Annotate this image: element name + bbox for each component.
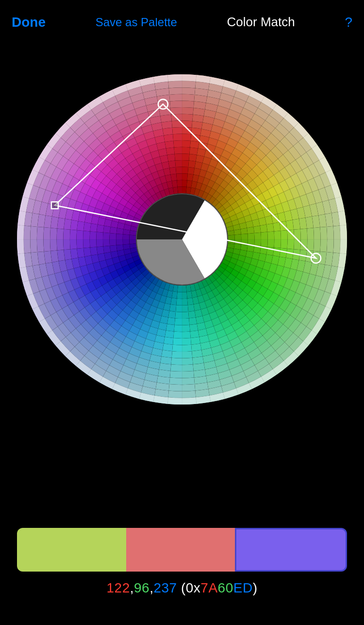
swatch-green[interactable] — [17, 528, 126, 572]
green-value: 96 — [134, 580, 149, 595]
page-title: Color Match — [227, 15, 295, 30]
color-wheel[interactable] — [0, 50, 364, 429]
hex-r: 7A — [200, 580, 217, 595]
swatch-purple-active[interactable] — [235, 528, 347, 572]
hex-g: 60 — [218, 580, 233, 595]
swatch-red[interactable] — [126, 528, 235, 572]
blue-value: 237 — [153, 580, 177, 595]
swatches-row — [17, 528, 347, 572]
bottom-section: 122,96,237 (0x7A60ED) — [0, 528, 364, 596]
save-palette-button[interactable]: Save as Palette — [96, 16, 177, 29]
help-button[interactable]: ? — [345, 15, 352, 30]
red-value: 122 — [107, 580, 130, 595]
color-values-display: 122,96,237 (0x7A60ED) — [107, 580, 258, 596]
hex-b: ED — [233, 580, 253, 595]
done-button[interactable]: Done — [12, 15, 46, 30]
color-wheel-container[interactable] — [0, 50, 364, 429]
header: Done Save as Palette Color Match ? — [0, 0, 364, 40]
